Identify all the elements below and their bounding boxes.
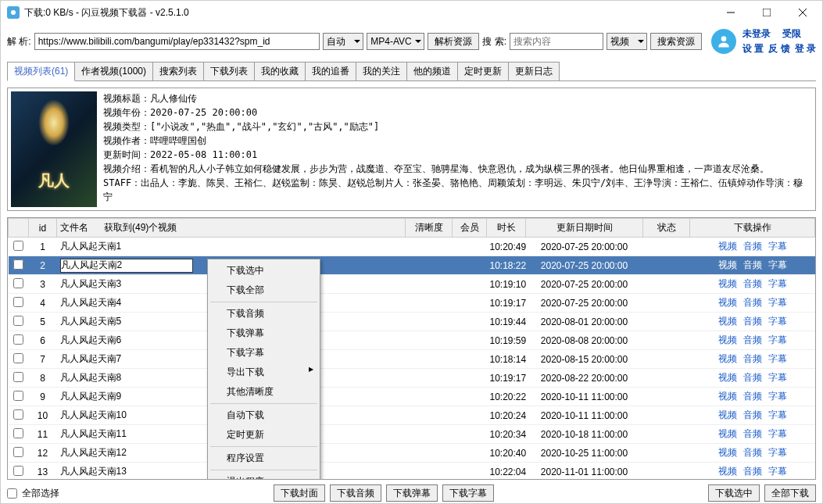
tab-0[interactable]: 视频列表(61)	[7, 62, 75, 81]
col-filename[interactable]: 文件名 获取到(49)个视频	[57, 219, 406, 238]
table-row[interactable]: 11凡人风起天南1110:20:342020-10-18 11:00:00视频音…	[9, 425, 815, 444]
table-row[interactable]: 13凡人风起天南1310:22:042020-11-01 11:00:00视频音…	[9, 463, 815, 480]
ctx-item[interactable]: 退出程序	[209, 472, 318, 480]
table-row[interactable]: 5凡人风起天南510:19:442020-08-01 20:00:00视频音频字…	[9, 313, 815, 331]
table-row[interactable]: 8凡人风起天南810:19:172020-08-22 20:00:00视频音频字…	[9, 369, 815, 388]
table-row[interactable]: 9凡人风起天南910:20:222020-10-11 11:00:00视频音频字…	[9, 388, 815, 406]
ctx-item[interactable]: 导出下载	[209, 363, 318, 382]
row-checkbox[interactable]	[13, 241, 23, 251]
table-row[interactable]: 10凡人风起天南1010:20:242020-10-11 11:00:00视频音…	[9, 406, 815, 425]
op-audio[interactable]: 音频	[743, 316, 762, 327]
op-subtitle[interactable]: 字幕	[768, 259, 787, 270]
op-subtitle[interactable]: 字幕	[768, 334, 787, 345]
op-subtitle[interactable]: 字幕	[768, 409, 787, 420]
tab-3[interactable]: 下载列表	[203, 62, 255, 81]
op-video[interactable]: 视频	[718, 428, 737, 439]
table-row[interactable]: 1凡人风起天南110:20:492020-07-25 20:00:00视频音频字…	[9, 238, 815, 256]
table-row[interactable]: 3凡人风起天南310:19:102020-07-25 20:00:00视频音频字…	[9, 275, 815, 294]
op-video[interactable]: 视频	[718, 391, 737, 402]
op-audio[interactable]: 音频	[743, 334, 762, 345]
col-member[interactable]: 会员	[453, 219, 487, 238]
op-video[interactable]: 视频	[718, 334, 737, 345]
ctx-item[interactable]: 其他清晰度	[209, 382, 318, 402]
tab-1[interactable]: 作者视频(1000)	[74, 62, 153, 81]
url-input[interactable]	[34, 33, 320, 50]
op-video[interactable]: 视频	[718, 278, 737, 289]
op-video[interactable]: 视频	[718, 259, 737, 270]
row-checkbox[interactable]	[13, 391, 23, 401]
op-subtitle[interactable]: 字幕	[768, 372, 787, 383]
op-audio[interactable]: 音频	[743, 241, 762, 252]
op-subtitle[interactable]: 字幕	[768, 316, 787, 327]
op-audio[interactable]: 音频	[743, 447, 762, 458]
minimize-button[interactable]	[713, 1, 749, 24]
op-video[interactable]: 视频	[718, 316, 737, 327]
row-checkbox[interactable]	[13, 466, 23, 476]
select-all-checkbox[interactable]	[7, 488, 17, 499]
table-row[interactable]: 210:18:222020-07-25 20:00:00视频音频字幕	[9, 256, 815, 275]
ctx-item[interactable]: 程序设置	[209, 449, 318, 468]
op-audio[interactable]: 音频	[743, 278, 762, 289]
op-subtitle[interactable]: 字幕	[768, 447, 787, 458]
op-subtitle[interactable]: 字幕	[768, 241, 787, 252]
op-audio[interactable]: 音频	[743, 466, 762, 477]
op-video[interactable]: 视频	[718, 353, 737, 364]
ctx-item[interactable]: 下载全部	[209, 281, 318, 300]
col-status[interactable]: 状态	[643, 219, 690, 238]
op-audio[interactable]: 音频	[743, 409, 762, 420]
col-ops[interactable]: 下载操作	[690, 219, 815, 238]
col-id[interactable]: id	[29, 219, 57, 238]
op-video[interactable]: 视频	[718, 241, 737, 252]
auto-select[interactable]: 自动	[323, 33, 363, 50]
ctx-item[interactable]: 定时更新	[209, 425, 318, 445]
op-audio[interactable]: 音频	[743, 259, 762, 270]
ctx-item[interactable]: 下载弹幕	[209, 323, 318, 343]
footer-btn[interactable]: 下载封面	[274, 484, 325, 502]
footer-btn[interactable]: 下载弹幕	[386, 484, 438, 502]
op-subtitle[interactable]: 字幕	[768, 297, 787, 308]
search-type-select[interactable]: 视频	[607, 33, 647, 50]
ctx-item[interactable]: 下载选中	[209, 261, 318, 281]
tab-2[interactable]: 搜索列表	[152, 62, 204, 81]
row-checkbox[interactable]	[13, 316, 23, 326]
tab-9[interactable]: 更新日志	[508, 62, 560, 81]
settings-link[interactable]: 设 置	[742, 42, 764, 55]
row-checkbox[interactable]	[13, 447, 23, 457]
op-video[interactable]: 视频	[718, 409, 737, 420]
row-checkbox[interactable]	[13, 409, 23, 420]
table-row[interactable]: 6凡人风起天南610:19:592020-08-08 20:00:00视频音频字…	[9, 331, 815, 350]
ctx-item[interactable]: 自动下载	[209, 406, 318, 425]
row-checkbox[interactable]	[13, 297, 23, 307]
op-audio[interactable]: 音频	[743, 297, 762, 308]
op-video[interactable]: 视频	[718, 466, 737, 477]
tab-4[interactable]: 我的收藏	[254, 62, 306, 81]
op-video[interactable]: 视频	[718, 372, 737, 383]
tab-7[interactable]: 他的频道	[406, 62, 458, 81]
row-checkbox[interactable]	[13, 334, 23, 345]
row-checkbox[interactable]	[13, 372, 23, 382]
filename-edit[interactable]	[60, 259, 193, 273]
op-subtitle[interactable]: 字幕	[768, 353, 787, 364]
op-subtitle[interactable]: 字幕	[768, 466, 787, 477]
row-checkbox[interactable]	[13, 259, 23, 270]
table-row[interactable]: 4凡人风起天南410:19:172020-07-25 20:00:00视频音频字…	[9, 294, 815, 313]
row-checkbox[interactable]	[13, 428, 23, 438]
row-checkbox[interactable]	[13, 353, 23, 363]
op-video[interactable]: 视频	[718, 447, 737, 458]
maximize-button[interactable]	[749, 1, 785, 24]
ctx-item[interactable]: 下载字幕	[209, 343, 318, 363]
search-input[interactable]	[510, 33, 603, 50]
tab-5[interactable]: 我的追番	[305, 62, 356, 81]
table-row[interactable]: 7凡人风起天南710:18:142020-08-15 20:00:00视频音频字…	[9, 350, 815, 369]
col-clarity[interactable]: 清晰度	[406, 219, 453, 238]
row-checkbox[interactable]	[13, 278, 23, 288]
tab-6[interactable]: 我的关注	[356, 62, 407, 81]
table-row[interactable]: 12凡人风起天南1210:20:402020-10-25 11:00:00视频音…	[9, 444, 815, 463]
search-button[interactable]: 搜索资源	[650, 33, 702, 50]
feedback-link[interactable]: 反 馈	[768, 42, 789, 55]
parse-button[interactable]: 解析资源	[428, 33, 479, 50]
op-audio[interactable]: 音频	[743, 391, 762, 402]
tab-8[interactable]: 定时更新	[457, 62, 509, 81]
op-subtitle[interactable]: 字幕	[768, 278, 787, 289]
avatar[interactable]	[711, 29, 736, 54]
